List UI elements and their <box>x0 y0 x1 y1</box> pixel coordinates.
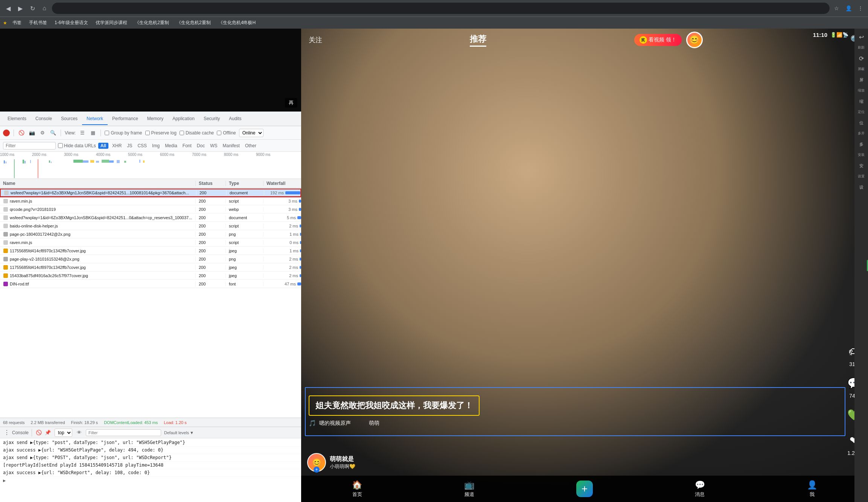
row-1-name: raven.min.js <box>0 198 196 204</box>
console-caret[interactable]: ▶ <box>0 477 301 484</box>
table-row[interactable]: page-pc-180403172442@2x.png 200 png 1 ms <box>0 230 301 238</box>
table-row[interactable]: DIN-rod.ttf 200 font 47 ms <box>0 280 301 288</box>
preserve-log-label[interactable]: Preserve log <box>145 130 177 136</box>
tab-application[interactable]: Application <box>168 113 199 125</box>
filter-doc[interactable]: Doc <box>195 143 206 149</box>
row-8-name: page-play-v2-181016153248@2x.png <box>0 256 196 262</box>
side-tool-refresh[interactable]: ⟳ <box>856 53 866 64</box>
nav-channel[interactable]: 📺 频道 <box>464 480 474 498</box>
side-tool-block[interactable]: 屏 <box>856 75 866 85</box>
console-tab-label[interactable]: Console <box>12 430 29 435</box>
tab-security[interactable]: Security <box>199 113 224 125</box>
filter-css[interactable]: CSS <box>136 143 148 149</box>
filter-button[interactable]: ⚙ <box>39 129 46 137</box>
table-row[interactable]: raven.min.js 200 script 3 ms <box>0 197 301 205</box>
filter-input[interactable] <box>3 142 56 150</box>
devtools: Elements Console Sources Network Perform… <box>0 111 301 502</box>
filter-ws[interactable]: WS <box>209 143 219 149</box>
default-levels-select[interactable]: Default levels ▼ <box>164 430 194 435</box>
nav-message[interactable]: 💬 消息 <box>695 480 705 498</box>
nav-home[interactable]: 🏠 首页 <box>352 480 362 498</box>
address-bar[interactable]: https://h5.weishi.qq.com/weishi/feed/6Zo… <box>52 3 830 14</box>
back-button[interactable]: ◀ <box>3 3 14 14</box>
bookmark-item-3[interactable]: 优学派同步课程 <box>93 18 129 27</box>
table-row[interactable]: raven.min.js 200 script 0 ms <box>0 238 301 247</box>
profile-nav-icon: 👤 <box>807 480 817 490</box>
tab-console[interactable]: Console <box>31 113 56 125</box>
record-button[interactable] <box>3 130 10 136</box>
menu-icon[interactable]: ⋮ <box>856 4 865 13</box>
nav-plus[interactable]: + <box>576 481 593 497</box>
group-by-frame-label[interactable]: Group by frame <box>105 130 142 136</box>
home-button[interactable]: ⌂ <box>39 3 50 14</box>
tab-elements[interactable]: Elements <box>3 113 31 125</box>
view-grid-button[interactable]: ▦ <box>89 129 97 137</box>
disable-cache-label[interactable]: Disable cache <box>180 130 214 136</box>
tab-performance[interactable]: Performance <box>108 113 143 125</box>
table-row[interactable]: page-play-v2-181016153248@2x.png 200 png… <box>0 255 301 263</box>
table-row[interactable]: 11755685fd414cf8970c1342ffb7cover.jpg 20… <box>0 247 301 255</box>
hide-data-urls-checkbox[interactable] <box>58 143 63 148</box>
filter-other[interactable]: Other <box>244 143 258 149</box>
bookmark-item-0[interactable]: 书签 <box>10 18 24 27</box>
side-tool-settings[interactable]: 设 <box>856 182 866 192</box>
console-pin-button[interactable]: 📌 <box>44 429 52 436</box>
tab-memory[interactable]: Memory <box>143 113 168 125</box>
console-entry-3: [reportPlayId]setEnd playId 158415540914… <box>0 462 301 469</box>
bookmark-item-6[interactable]: 《生化危机4终极H <box>216 18 258 27</box>
search-button[interactable]: 🔍 <box>49 129 57 137</box>
row-3-type: document <box>226 215 263 220</box>
bookmark-item-1[interactable]: 手机书签 <box>27 18 49 27</box>
bookmark-icon[interactable]: ☆ <box>832 4 841 13</box>
console-menu-button[interactable]: ⋮ <box>3 429 11 436</box>
side-tool-back[interactable]: ↩ <box>856 32 866 42</box>
table-row[interactable]: wsfeed?wxplay=1&id=6Zo3BXMgn1JcnSBKG&spi… <box>0 189 301 197</box>
disable-cache-checkbox[interactable] <box>180 131 184 135</box>
console-filter-input[interactable] <box>86 429 161 436</box>
filter-media[interactable]: Media <box>163 143 179 149</box>
bookmark-item-2[interactable]: 1-6年级全册语文 <box>52 18 90 27</box>
user-follow-plus[interactable]: + <box>314 467 320 473</box>
bookmark-item-4[interactable]: 《生化危机2重制 <box>132 18 171 27</box>
side-tool-install[interactable]: 安 <box>856 160 866 171</box>
filter-font[interactable]: Font <box>181 143 193 149</box>
tab-sources[interactable]: Sources <box>56 113 82 125</box>
side-tool-locate[interactable]: 位 <box>856 117 866 128</box>
tab-audits[interactable]: Audits <box>224 113 246 125</box>
tab-network[interactable]: Network <box>82 113 108 125</box>
filter-manifest[interactable]: Manifest <box>221 143 241 149</box>
forward-button[interactable]: ▶ <box>15 3 26 14</box>
table-row[interactable]: 15433ba875df4916a3c26c57f977cover.jpg 20… <box>0 272 301 280</box>
table-row[interactable]: qrcode.png?v=20181019 200 webp 3 ms <box>0 205 301 214</box>
clear-button[interactable]: 🚫 <box>18 129 25 137</box>
table-row[interactable]: 11755685fd414cf8970c1342ffb7cover.jpg 20… <box>0 263 301 272</box>
filter-all-button[interactable]: All <box>98 143 108 149</box>
view-list-button[interactable]: ☰ <box>79 129 86 137</box>
console-eye-button[interactable]: 👁 <box>75 429 83 436</box>
table-row[interactable]: wsfeed?wxplay=1&id=6Zo3BXMgn1JcnSBKG&spi… <box>0 214 301 222</box>
throttle-select[interactable]: Online <box>239 129 263 137</box>
timeline-label-8: 9000 ms <box>256 153 270 157</box>
table-row[interactable]: baidu-online-disk-helper.js 200 script 2… <box>0 222 301 230</box>
console-context-select[interactable]: top <box>55 429 72 437</box>
wifi-icon: 📡 <box>842 32 848 38</box>
filter-js[interactable]: JS <box>125 143 134 149</box>
filter-xhr[interactable]: XHR <box>111 143 123 149</box>
preserve-log-checkbox[interactable] <box>145 131 150 135</box>
offline-checkbox[interactable] <box>217 131 221 135</box>
side-tool-zoom[interactable]: 缩 <box>856 96 866 107</box>
console-clear-button[interactable]: 🚫 <box>35 429 43 436</box>
side-tool-multi[interactable]: 多 <box>856 139 866 150</box>
filter-img[interactable]: Img <box>151 143 161 149</box>
row-7-status: 200 <box>196 249 226 253</box>
group-by-frame-checkbox[interactable] <box>105 131 109 135</box>
nav-profile[interactable]: 👤 我 <box>807 480 817 498</box>
hide-data-urls-label[interactable]: Hide data URLs <box>58 143 96 148</box>
offline-label[interactable]: Offline <box>217 130 236 136</box>
replay-button[interactable]: 再 <box>285 98 297 108</box>
reload-button[interactable]: ↻ <box>27 3 38 14</box>
camera-button[interactable]: 📷 <box>28 129 36 137</box>
bookmark-item-5[interactable]: 《生化危机2重制 <box>174 18 213 27</box>
profile-icon[interactable]: 👤 <box>844 4 853 13</box>
console-entry-1: ajax success ▶{url: "WSH5GetPlayPage", d… <box>0 447 301 454</box>
